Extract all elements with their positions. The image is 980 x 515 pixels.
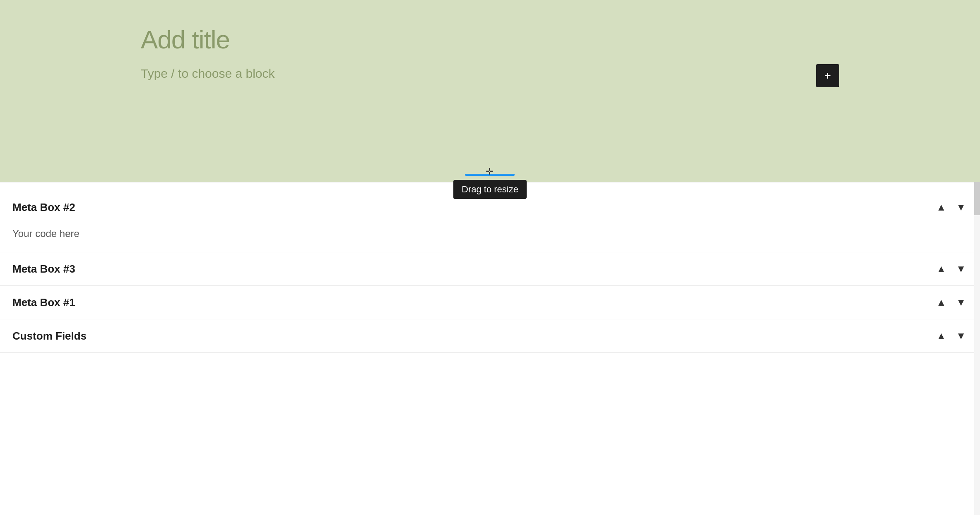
page-scrollbar-thumb[interactable]: [974, 182, 980, 215]
meta-box-1-title: Meta Box #1: [12, 296, 934, 309]
meta-box-3-collapse-button[interactable]: ▲: [934, 261, 948, 276]
meta-box-1-header: Meta Box #1 ▲ ▼: [12, 286, 968, 319]
meta-box-3-header: Meta Box #3 ▲ ▼: [12, 252, 968, 285]
meta-box-row: Meta Box #3 ▲ ▼: [0, 252, 980, 286]
drag-to-resize-tooltip: Drag to resize: [453, 180, 527, 199]
plus-icon: +: [824, 69, 831, 82]
meta-box-row: Meta Box #1 ▲ ▼: [0, 286, 980, 319]
custom-fields-expand-button[interactable]: ▼: [954, 328, 968, 343]
page-scrollbar[interactable]: [974, 182, 980, 515]
meta-box-2-collapse-button[interactable]: ▲: [934, 200, 948, 215]
custom-fields-title: Custom Fields: [12, 330, 934, 343]
meta-box-3-controls: ▲ ▼: [934, 261, 968, 276]
custom-fields-controls: ▲ ▼: [934, 328, 968, 343]
custom-fields-collapse-button[interactable]: ▲: [934, 328, 948, 343]
meta-box-2-title: Meta Box #2: [12, 201, 934, 214]
meta-box-row: Custom Fields ▲ ▼: [0, 319, 980, 353]
block-placeholder[interactable]: Type / to choose a block: [141, 67, 839, 81]
meta-box-1-controls: ▲ ▼: [934, 295, 968, 310]
meta-box-1-collapse-button[interactable]: ▲: [934, 295, 948, 310]
resize-handle-bar[interactable]: ✛: [465, 174, 515, 176]
add-block-button[interactable]: +: [816, 64, 839, 87]
meta-box-2-controls: ▲ ▼: [934, 200, 968, 215]
meta-box-1-expand-button[interactable]: ▼: [954, 295, 968, 310]
meta-box-3-expand-button[interactable]: ▼: [954, 261, 968, 276]
title-placeholder[interactable]: Add title: [141, 25, 839, 54]
meta-boxes-area: Meta Box #2 ▲ ▼ Your code here Meta Box …: [0, 182, 980, 353]
meta-box-3-title: Meta Box #3: [12, 263, 934, 275]
resize-handle-wrapper[interactable]: ✛ Drag to resize: [453, 174, 527, 199]
meta-box-2-expand-button[interactable]: ▼: [954, 200, 968, 215]
custom-fields-header: Custom Fields ▲ ▼: [12, 319, 968, 352]
meta-box-2-content: Your code here: [12, 224, 968, 244]
editor-area: Add title Type / to choose a block +: [0, 0, 980, 182]
